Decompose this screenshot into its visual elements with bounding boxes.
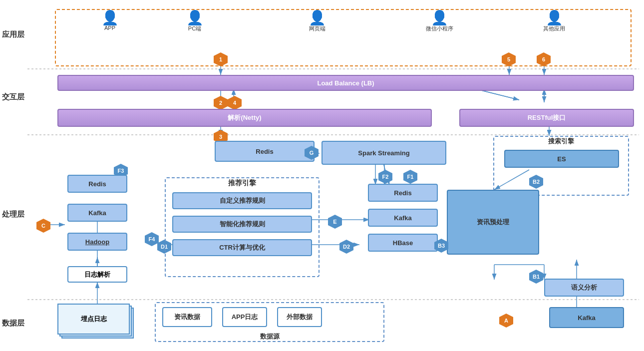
- badge-b1: B1: [529, 270, 543, 284]
- news-preprocess-box: 资讯预处理: [447, 190, 539, 255]
- badge-f4: F4: [145, 232, 159, 246]
- netty-box: 解析(Netty): [57, 109, 432, 127]
- web-icon: 👤 网页端: [300, 11, 334, 32]
- kafka-left-box: Kafka: [67, 204, 127, 222]
- external-data-box: 外部数据: [277, 307, 322, 327]
- layer-label-interact: 交互层: [2, 92, 24, 102]
- redis-top-box: Redis: [215, 141, 315, 162]
- badge-f1: F1: [403, 170, 417, 184]
- layer-label-process: 处理层: [2, 210, 24, 219]
- restful-box: RESTful接口: [459, 109, 634, 127]
- badge-c: C: [36, 219, 50, 233]
- kafka-mid-box: Kafka: [368, 209, 438, 227]
- hbase-box: HBase: [368, 234, 438, 252]
- app-log-box: APP日志: [222, 307, 267, 327]
- badge-2: 2: [214, 96, 228, 110]
- other-app-icon: 👤 其他应用: [537, 11, 572, 32]
- log-data-stack: 埋点日志: [57, 304, 132, 339]
- semantic-box: 语义分析: [544, 279, 624, 297]
- redis-mid-box: Redis: [368, 184, 438, 202]
- badge-e: E: [328, 215, 342, 229]
- layer-label-app: 应用层: [2, 30, 24, 39]
- badge-a: A: [499, 314, 513, 328]
- spark-streaming-box: Spark Streaming: [322, 141, 446, 165]
- layer-label-data: 数据层: [2, 319, 24, 328]
- log-parse-box: 日志解析: [67, 266, 127, 283]
- ctr-box: CTR计算与优化: [172, 239, 312, 256]
- smart-rules-box: 智能化推荐规则: [172, 216, 312, 233]
- custom-rules-box: 自定义推荐规则: [172, 192, 312, 209]
- data-source-label: 数据源: [155, 332, 384, 341]
- search-engine-label: 搜索引擎: [493, 137, 629, 146]
- load-balance-box: Load Balance (LB): [57, 75, 634, 91]
- recommend-engine-label: 推荐引擎: [165, 179, 320, 188]
- es-box: ES: [504, 150, 619, 168]
- news-data-box: 资讯数据: [162, 307, 212, 327]
- badge-d2: D2: [339, 240, 353, 254]
- redis-left-box: Redis: [67, 175, 127, 193]
- wechat-icon: 👤 微信小程序: [419, 11, 459, 32]
- kafka-bottom-box: Kafka: [549, 307, 624, 328]
- app-icon: 👤 APP: [92, 11, 127, 31]
- badge-f2: F2: [378, 170, 392, 184]
- hadoop-box: Hadoop: [67, 233, 127, 251]
- badge-4: 4: [228, 96, 242, 110]
- diagram: 应用层 👤 APP 👤 PC端 👤 网页端 👤 微信小程序 👤 其他应用 1 5…: [0, 0, 644, 351]
- pc-icon: 👤 PC端: [177, 11, 212, 32]
